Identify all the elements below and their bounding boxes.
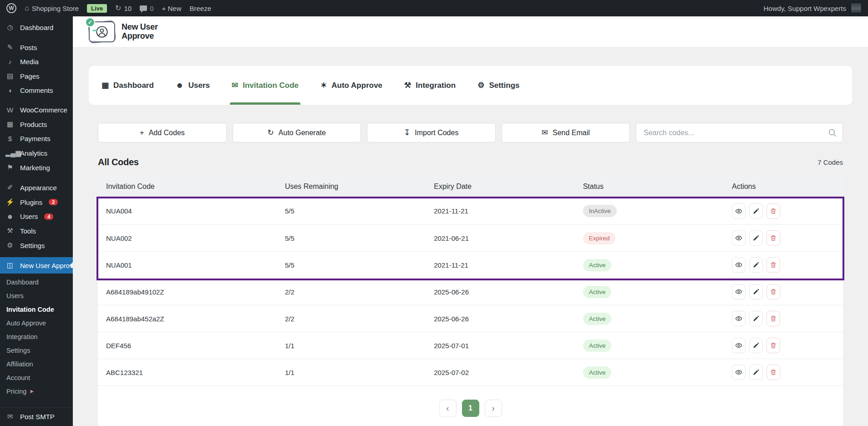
view-code-button[interactable] <box>732 311 746 326</box>
sidebar-item-new-user-approve[interactable]: ◫ New User Approve <box>0 257 73 274</box>
submenu-item[interactable]: Account <box>0 371 73 385</box>
tab-item[interactable]: ⚙ Settings <box>477 66 519 105</box>
new-content-label: + New <box>162 5 182 12</box>
sidebar-menu-item[interactable]: ✐ Appearance <box>0 180 73 195</box>
edit-code-button[interactable] <box>749 257 763 273</box>
delete-code-button[interactable] <box>766 338 780 353</box>
toolbar-button-icon: ↻ <box>268 129 274 137</box>
toolbar-button[interactable]: ↻ Auto Generate <box>233 123 361 142</box>
plugin-logo: ✓ New User Approve <box>89 21 158 42</box>
cell-uses-remaining: 5/5 <box>277 234 426 242</box>
tab-item[interactable]: ✶ Auto Approve <box>320 66 382 105</box>
status-badge: Active <box>583 259 612 271</box>
submenu-item[interactable]: Affiliation <box>0 357 73 371</box>
sidebar-menu-item[interactable]: ♪ Media <box>0 55 73 69</box>
view-code-button[interactable] <box>732 257 746 273</box>
pencil-icon <box>752 208 760 215</box>
toolbar-button[interactable]: ↧ Import Codes <box>367 123 496 142</box>
edit-code-button[interactable] <box>749 203 763 219</box>
sidebar-menu-item[interactable]: W WooCommerce <box>0 103 73 117</box>
sidebar-menu-item[interactable]: ☻ Users 4 <box>0 209 73 223</box>
sidebar-menu-item[interactable]: ⚙ Settings <box>0 238 73 253</box>
pagination-next-button[interactable]: › <box>485 400 502 417</box>
tab-item[interactable]: ☻ Users <box>176 66 210 105</box>
view-code-button[interactable] <box>732 230 746 246</box>
submenu-item[interactable]: Dashboard <box>0 275 73 289</box>
sidebar-menu-item[interactable]: ▦ Products <box>0 117 73 132</box>
tab-item[interactable]: ▦ Dashboard <box>102 66 154 105</box>
submenu-item[interactable]: Integration <box>0 330 73 344</box>
updates-link[interactable]: ↻ 10 <box>115 5 132 12</box>
cell-invitation-code: DEF456 <box>98 342 277 350</box>
user-avatar[interactable] <box>851 3 862 14</box>
delete-code-button[interactable] <box>766 284 780 299</box>
status-badge: InActive <box>583 205 617 217</box>
live-badge[interactable]: Live <box>87 4 107 13</box>
view-code-button[interactable] <box>732 284 746 299</box>
sidebar-menu-label: Dashboard <box>20 24 53 31</box>
view-code-button[interactable] <box>732 338 746 353</box>
delete-code-button[interactable] <box>766 257 780 273</box>
comments-link[interactable]: 0 <box>140 5 153 12</box>
submenu-item[interactable]: Invitation Code <box>0 303 73 316</box>
column-header-uses-remaining: Uses Remaining <box>277 183 426 191</box>
toolbar-button[interactable]: + Add Codes <box>98 123 227 142</box>
pencil-icon <box>752 369 760 376</box>
sidebar-menu-item[interactable]: ▂▄▆ Analytics <box>0 146 73 160</box>
code-table-row: ABC123321 1/1 2025-07-02 Active <box>98 359 843 385</box>
pagination-page-1[interactable]: 1 <box>462 400 479 417</box>
sidebar-menu-icon: ⚙ <box>5 241 15 249</box>
edit-code-button[interactable] <box>749 365 763 380</box>
edit-code-button[interactable] <box>749 338 763 353</box>
view-code-button[interactable] <box>732 203 746 219</box>
sidebar-menu-item[interactable]: ⚡ Plugins 2 <box>0 195 73 209</box>
pagination-prev-button[interactable]: ‹ <box>439 400 457 417</box>
sidebar-menu-item[interactable]: ⚒ Tools <box>0 223 73 238</box>
edit-code-button[interactable] <box>749 311 763 326</box>
tab-label: Invitation Code <box>243 81 299 90</box>
wp-admin-bar: W ⌂ Shopping Store Live ↻ 10 0 + New Bre… <box>0 0 868 16</box>
breeze-menu[interactable]: Breeze <box>189 5 211 12</box>
tab-icon: ✉ <box>232 81 238 90</box>
sidebar-menu-item[interactable]: ◖ Comments <box>0 83 73 97</box>
submenu-item[interactable]: Settings <box>0 344 73 357</box>
sidebar-menu-item[interactable]: ▤ Pages <box>0 69 73 83</box>
delete-code-button[interactable] <box>766 365 780 380</box>
new-content-link[interactable]: + New <box>162 5 182 12</box>
tab-icon: ⚙ <box>477 81 484 90</box>
tab-item[interactable]: ✉ Invitation Code <box>232 66 299 105</box>
tab-item[interactable]: ⚒ Integration <box>404 66 456 105</box>
submenu-item[interactable]: Pricing ➤ <box>0 385 73 398</box>
site-name-link[interactable]: ⌂ Shopping Store <box>25 5 79 12</box>
wordpress-logo-icon[interactable]: W <box>6 3 16 13</box>
code-table-row: NUA001 5/5 2021-11-21 Active <box>98 251 843 278</box>
sidebar-menu-item[interactable]: ⚑ Marketing <box>0 160 73 175</box>
new-user-approve-icon: ◫ <box>5 261 15 269</box>
toolbar-button-label: Add Codes <box>149 129 185 137</box>
submenu-item[interactable]: Auto Approve <box>0 316 73 330</box>
delete-code-button[interactable] <box>766 203 780 219</box>
howdy-account-link[interactable]: Howdy, Support Wpexperts <box>764 5 846 12</box>
submenu-item[interactable]: Users <box>0 289 73 303</box>
cell-invitation-code: NUA002 <box>98 234 277 242</box>
edit-code-button[interactable] <box>749 284 763 299</box>
submenu-item-label: Invitation Code <box>6 306 54 313</box>
edit-code-button[interactable] <box>749 230 763 246</box>
delete-code-button[interactable] <box>766 311 780 326</box>
submenu-item-label: Dashboard <box>6 279 39 286</box>
tab-label: Dashboard <box>113 81 154 90</box>
sidebar-menu-item[interactable]: ✎ Posts <box>0 40 73 55</box>
sidebar-menu-item[interactable]: ◷ Dashboard <box>0 20 73 35</box>
sidebar-menu-icon: ⚑ <box>5 163 15 172</box>
sidebar-menu-label: Settings <box>20 242 45 249</box>
sidebar-item-post-smtp[interactable]: ✉ Post SMTP <box>0 407 73 424</box>
delete-code-button[interactable] <box>766 230 780 246</box>
toolbar-button[interactable]: ✉ Send Email <box>502 123 630 142</box>
view-code-button[interactable] <box>732 365 746 380</box>
sidebar-menu-item[interactable]: $ Payments <box>0 132 73 146</box>
sidebar-menu-icon: ☻ <box>5 213 15 220</box>
search-codes-input[interactable] <box>636 123 843 142</box>
cell-invitation-code: NUA001 <box>98 261 277 269</box>
new-user-approve-label: New User Approve <box>20 262 73 269</box>
cell-uses-remaining: 5/5 <box>277 207 426 215</box>
